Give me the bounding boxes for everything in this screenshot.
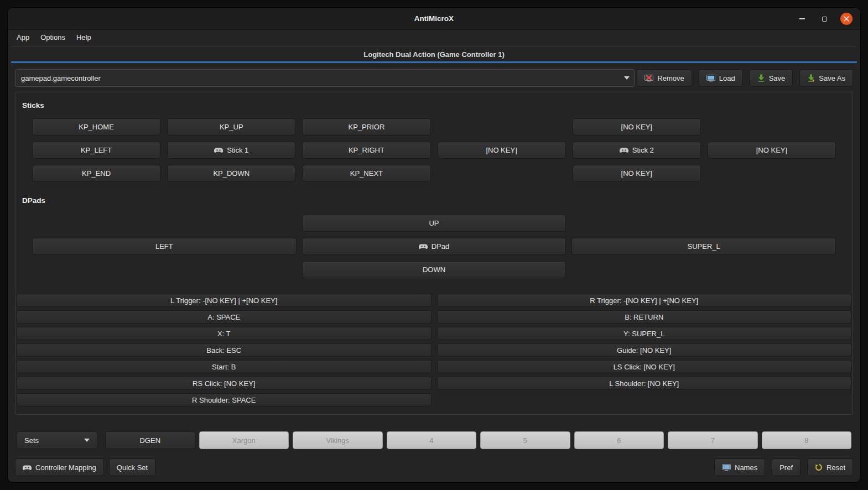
save-icon: [757, 74, 765, 82]
stick1-left-button[interactable]: KP_LEFT: [32, 142, 160, 159]
pref-button[interactable]: Pref: [772, 458, 801, 476]
mapping-l-shoulder[interactable]: L Shoulder: [NO KEY]: [437, 377, 852, 390]
menu-help[interactable]: Help: [72, 32, 96, 43]
load-icon: [706, 75, 715, 82]
load-button[interactable]: Load: [699, 69, 743, 87]
remove-button[interactable]: Remove: [637, 69, 692, 87]
controller-mapping-label: Controller Mapping: [35, 463, 96, 472]
quick-set-button[interactable]: Quick Set: [109, 458, 155, 476]
mapping-r-shoulder[interactable]: R Shoulder: SPACE: [17, 393, 432, 406]
mapping-r-trigger[interactable]: R Trigger: -[NO KEY] | +[NO KEY]: [437, 294, 852, 307]
mapping-y[interactable]: Y: SUPER_L: [437, 327, 852, 340]
gamepad-icon: [419, 243, 428, 249]
dpad-button[interactable]: DPad: [302, 238, 566, 255]
mapping-ls-click[interactable]: LS Click: [NO KEY]: [437, 360, 852, 373]
stick2-button-label: Stick 2: [632, 146, 654, 154]
save-as-icon: [807, 74, 815, 82]
set-tab-4[interactable]: 4: [387, 431, 477, 449]
sticks-grid: KP_HOME KP_UP KP_PRIOR [NO KEY] KP_LEFT …: [32, 118, 836, 182]
window-title: AntiMicroX: [414, 14, 454, 23]
controller-panel: Sticks KP_HOME KP_UP KP_PRIOR [NO KEY] K…: [15, 92, 853, 415]
controller-tab-title: Logitech Dual Action (Game Controller 1): [363, 50, 504, 59]
mapping-back[interactable]: Back: ESC: [17, 343, 432, 357]
set-tab-8[interactable]: 8: [762, 431, 852, 449]
sticks-heading: Sticks: [22, 101, 851, 110]
stick2-up-button[interactable]: [NO KEY]: [573, 118, 701, 135]
reset-button[interactable]: Reset: [807, 458, 853, 476]
save-as-button[interactable]: Save As: [799, 69, 853, 87]
gamepad-icon: [23, 465, 32, 471]
footer-row: Controller Mapping Quick Set Names Pref …: [15, 458, 853, 476]
set-tab-1[interactable]: DGEN: [105, 431, 195, 449]
menu-options[interactable]: Options: [36, 32, 70, 43]
profile-combobox-value: gamepad.gamecontroller: [21, 74, 620, 82]
stick1-down-left-button[interactable]: KP_END: [32, 165, 160, 182]
stick2-left-button[interactable]: [NO KEY]: [438, 142, 566, 159]
dpad-grid: UP LEFT DPad SUPER_L DOWN: [32, 215, 836, 278]
titlebar[interactable]: AntiMicroX: [8, 8, 860, 30]
set-tab-3[interactable]: Vikings: [293, 431, 383, 449]
dpad-button-label: DPad: [432, 242, 450, 251]
mapping-l-trigger[interactable]: L Trigger: -[NO KEY] | +[NO KEY]: [17, 294, 432, 307]
sets-row: Sets DGEN Xargon Vikings 4 5 6 7 8: [17, 431, 851, 450]
stick2-down-button[interactable]: [NO KEY]: [573, 165, 701, 182]
mapping-guide[interactable]: Guide: [NO KEY]: [437, 343, 852, 357]
chevron-down-icon: [624, 76, 630, 80]
gamepad-icon: [620, 147, 628, 153]
gamepad-icon: [214, 147, 223, 153]
dpad-up-button[interactable]: UP: [302, 215, 566, 232]
mapping-x[interactable]: X: T: [17, 327, 432, 340]
set-tab-6[interactable]: 6: [574, 431, 664, 449]
maximize-button[interactable]: [818, 13, 830, 25]
remove-button-label: Remove: [657, 74, 684, 82]
footer-right-buttons: Names Pref Reset: [714, 458, 853, 476]
dpad-down-button[interactable]: DOWN: [302, 261, 566, 278]
save-button[interactable]: Save: [750, 69, 793, 87]
controller-tab[interactable]: Logitech Dual Action (Game Controller 1): [11, 46, 857, 63]
load-button-label: Load: [719, 74, 735, 82]
dpad-right-button[interactable]: SUPER_L: [571, 238, 836, 255]
reset-icon: [815, 463, 823, 471]
names-icon: [722, 464, 731, 471]
button-mapping-list: L Trigger: -[NO KEY] | +[NO KEY] R Trigg…: [17, 294, 851, 406]
stick1-down-right-button[interactable]: KP_NEXT: [302, 165, 430, 182]
minimize-icon: [799, 18, 805, 19]
set-tab-2[interactable]: Xargon: [199, 431, 289, 449]
close-icon: [844, 16, 849, 22]
set-tab-7[interactable]: 7: [668, 431, 758, 449]
mapping-rs-click[interactable]: RS Click: [NO KEY]: [17, 377, 432, 390]
stick1-up-right-button[interactable]: KP_PRIOR: [302, 118, 430, 135]
reset-button-label: Reset: [827, 463, 845, 472]
dpads-heading: DPads: [22, 196, 851, 205]
set-tab-5[interactable]: 5: [480, 431, 570, 449]
stick1-button[interactable]: Stick 1: [167, 142, 295, 159]
stick1-down-button[interactable]: KP_DOWN: [167, 165, 295, 182]
minimize-button[interactable]: [796, 13, 808, 25]
profile-row: gamepad.gamecontroller Remove Load Sa: [15, 69, 853, 87]
window-controls: [796, 8, 853, 30]
chevron-down-icon: [84, 439, 90, 442]
sets-dropdown-label: Sets: [24, 436, 39, 445]
profile-combobox[interactable]: gamepad.gamecontroller: [15, 69, 635, 87]
sets-dropdown-button[interactable]: Sets: [17, 431, 97, 449]
menu-app[interactable]: App: [12, 32, 34, 43]
stick2-button[interactable]: Stick 2: [573, 142, 701, 159]
mapping-b[interactable]: B: RETURN: [437, 310, 852, 324]
names-button-label: Names: [735, 463, 757, 472]
names-button[interactable]: Names: [714, 458, 765, 476]
maximize-icon: [822, 17, 827, 22]
close-button[interactable]: [840, 13, 853, 25]
stick1-right-button[interactable]: KP_RIGHT: [302, 142, 430, 159]
profile-buttons: Remove Load Save Save As: [637, 69, 853, 87]
dpad-left-button[interactable]: LEFT: [32, 238, 297, 255]
remove-icon: [644, 75, 653, 82]
stick2-right-button[interactable]: [NO KEY]: [708, 142, 836, 159]
stick1-up-left-button[interactable]: KP_HOME: [32, 118, 160, 135]
save-as-button-label: Save As: [819, 74, 845, 82]
mapping-start[interactable]: Start: B: [17, 360, 432, 373]
save-button-label: Save: [769, 74, 786, 82]
controller-mapping-button[interactable]: Controller Mapping: [15, 458, 104, 476]
mapping-a[interactable]: A: SPACE: [17, 310, 432, 324]
stick1-up-button[interactable]: KP_UP: [167, 118, 295, 135]
stick1-button-label: Stick 1: [227, 146, 248, 154]
